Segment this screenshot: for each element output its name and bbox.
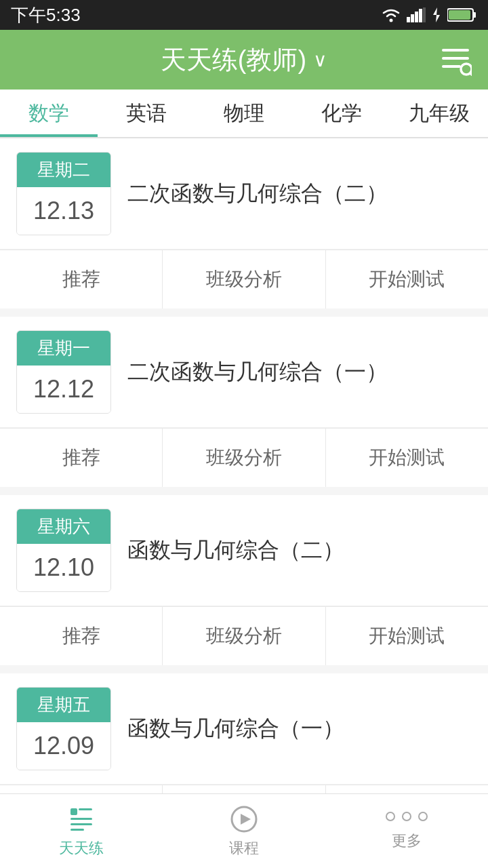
exercise-card-2: 星期六 12.10 函数与几何综合（二） 推荐 班级分析 开始测试 (0, 495, 488, 665)
class-analysis-btn-1[interactable]: 班级分析 (163, 429, 325, 487)
exercise-header-2: 星期六 12.10 函数与几何综合（二） (0, 495, 488, 606)
recommend-btn-1[interactable]: 推荐 (0, 429, 163, 487)
title-chevron-icon: ∨ (313, 49, 327, 71)
nav-item-more[interactable]: 更多 (325, 812, 488, 851)
svg-rect-8 (473, 12, 476, 18)
header-title-area[interactable]: 天天练(教师) ∨ (161, 43, 327, 77)
exercise-header-3: 星期五 12.09 函数与几何综合（一） (0, 673, 488, 785)
date-badge-3: 星期五 12.09 (16, 687, 111, 770)
app-title: 天天练(教师) (161, 43, 306, 77)
nav-label-practice: 天天练 (59, 838, 104, 859)
status-time: 下午5:33 (11, 3, 81, 27)
svg-rect-17 (70, 818, 92, 820)
start-test-btn-2[interactable]: 开始测试 (326, 607, 488, 665)
weekday-1: 星期一 (17, 331, 110, 366)
charging-icon (431, 7, 442, 22)
exercise-card-1: 星期一 12.12 二次函数与几何综合（一） 推荐 班级分析 开始测试 (0, 317, 488, 487)
svg-line-14 (470, 73, 472, 76)
exercise-title-1: 二次函数与几何综合（一） (127, 357, 472, 387)
nav-item-course[interactable]: 课程 (163, 804, 325, 859)
svg-point-0 (390, 19, 393, 22)
status-icons (381, 7, 477, 22)
date-0: 12.13 (17, 187, 110, 235)
weekday-0: 星期二 (17, 153, 110, 187)
svg-marker-6 (433, 7, 440, 22)
status-bar: 下午5:33 (0, 0, 488, 30)
svg-marker-21 (241, 814, 251, 825)
start-test-btn-0[interactable]: 开始测试 (326, 250, 488, 309)
more-dots-icon (386, 812, 428, 821)
date-3: 12.09 (17, 722, 110, 770)
course-icon (229, 804, 259, 834)
nav-label-course: 课程 (229, 838, 259, 859)
svg-rect-2 (411, 14, 414, 22)
exercise-header-1: 星期一 12.12 二次函数与几何综合（一） (0, 317, 488, 428)
recommend-btn-0[interactable]: 推荐 (0, 250, 163, 309)
exercise-title-2: 函数与几何综合（二） (127, 536, 472, 566)
class-analysis-btn-2[interactable]: 班级分析 (163, 607, 325, 665)
svg-rect-3 (415, 12, 418, 22)
weekday-3: 星期五 (17, 688, 110, 722)
svg-rect-18 (70, 823, 92, 825)
nav-item-practice[interactable]: 天天练 (0, 804, 163, 859)
action-row-0: 推荐 班级分析 开始测试 (0, 250, 488, 309)
battery-icon (447, 7, 477, 22)
search-button[interactable] (439, 43, 472, 76)
svg-rect-1 (407, 17, 410, 22)
practice-icon (66, 804, 96, 834)
bottom-navigation: 天天练 课程 更多 (0, 793, 488, 868)
subject-tabs: 数学 英语 物理 化学 九年级 (0, 90, 488, 138)
date-badge-2: 星期六 12.10 (16, 509, 111, 592)
svg-rect-16 (79, 808, 92, 810)
exercise-title-3: 函数与几何综合（一） (127, 714, 472, 744)
weekday-2: 星期六 (17, 509, 110, 544)
tab-english[interactable]: 英语 (98, 90, 195, 137)
search-hamburger-icon (439, 43, 472, 76)
header: 天天练(教师) ∨ (0, 30, 488, 90)
tab-chemistry[interactable]: 化学 (293, 90, 390, 137)
exercise-card-0: 星期二 12.13 二次函数与几何综合（二） 推荐 班级分析 开始测试 (0, 138, 488, 309)
svg-rect-4 (419, 9, 422, 22)
exercise-list: 星期二 12.13 二次函数与几何综合（二） 推荐 班级分析 开始测试 星期一 … (0, 138, 488, 868)
svg-rect-19 (70, 829, 84, 831)
recommend-btn-2[interactable]: 推荐 (0, 607, 163, 665)
tab-math[interactable]: 数学 (0, 90, 98, 137)
tab-physics[interactable]: 物理 (195, 90, 293, 137)
action-row-2: 推荐 班级分析 开始测试 (0, 606, 488, 665)
svg-rect-9 (449, 10, 470, 20)
svg-rect-15 (70, 808, 77, 815)
tab-grade[interactable]: 九年级 (390, 90, 488, 137)
exercise-title-0: 二次函数与几何综合（二） (127, 179, 472, 209)
start-test-btn-1[interactable]: 开始测试 (326, 429, 488, 487)
date-1: 12.12 (17, 366, 110, 413)
svg-rect-5 (423, 7, 426, 22)
signal-icon (407, 7, 426, 22)
nav-label-more: 更多 (392, 831, 422, 851)
wifi-icon (381, 7, 401, 22)
action-row-1: 推荐 班级分析 开始测试 (0, 428, 488, 487)
date-2: 12.10 (17, 544, 110, 591)
date-badge-1: 星期一 12.12 (16, 330, 111, 414)
class-analysis-btn-0[interactable]: 班级分析 (163, 250, 325, 309)
exercise-header-0: 星期二 12.13 二次函数与几何综合（二） (0, 138, 488, 250)
date-badge-0: 星期二 12.13 (16, 152, 111, 235)
